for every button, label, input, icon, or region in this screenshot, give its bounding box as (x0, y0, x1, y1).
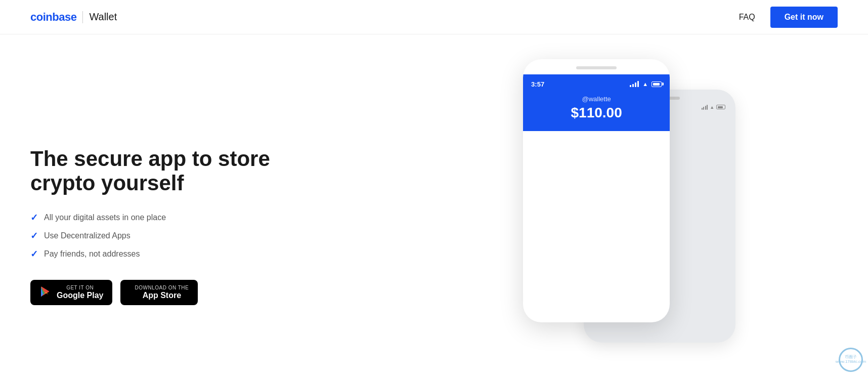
phone-username: @wallette (531, 95, 662, 103)
phone-time: 3:57 (531, 80, 544, 88)
watermark-text: 币圈子www.178btc.com (836, 355, 866, 364)
nav-right: FAQ Get it now (739, 7, 838, 28)
navbar: coinbase Wallet FAQ Get it now (0, 0, 868, 34)
phone-balance: $110.00 (531, 105, 662, 121)
google-play-button[interactable]: GET IT ON Google Play (30, 280, 112, 305)
list-item: ✓ Pay friends, not addresses (30, 248, 283, 260)
feature-text-1: All your digital assets in one place (44, 213, 166, 222)
phone-mockup-container: ▲ 3:57 (390, 34, 868, 377)
watermark-circle: 币圈子www.178btc.com (839, 348, 863, 372)
get-it-now-button[interactable]: Get it now (770, 7, 838, 28)
app-store-main-text: App Store (135, 290, 189, 300)
google-play-icon (39, 285, 52, 299)
list-item: ✓ All your digital assets in one place (30, 212, 283, 223)
check-icon: ✓ (30, 230, 38, 241)
hero-section: The secure app to store crypto yourself … (0, 34, 868, 377)
nav-divider (82, 11, 83, 23)
phone-front: 3:57 ▲ (523, 59, 670, 322)
check-icon: ✓ (30, 248, 38, 260)
store-buttons: GET IT ON Google Play Download on the Ap… (30, 280, 283, 305)
google-play-main-text: Google Play (57, 290, 103, 300)
app-store-top-text: Download on the (135, 285, 189, 290)
nav-left: coinbase Wallet (30, 11, 117, 24)
check-icon: ✓ (30, 212, 38, 223)
features-list: ✓ All your digital assets in one place ✓… (30, 212, 283, 260)
hero-left: The secure app to store crypto yourself … (30, 116, 283, 305)
phone-front-notch (576, 66, 617, 69)
battery-icon (652, 81, 662, 87)
watermark: 币圈子www.178btc.com (839, 348, 863, 372)
google-play-top-text: GET IT ON (57, 285, 103, 290)
app-store-text: Download on the App Store (135, 285, 189, 300)
phone-status-icons: ▲ (630, 81, 662, 87)
phone-screen: 3:57 ▲ (523, 74, 670, 131)
phone-container: ▲ 3:57 (523, 59, 735, 353)
feature-text-3: Pay friends, not addresses (44, 249, 140, 259)
google-play-text: GET IT ON Google Play (57, 285, 103, 300)
coinbase-logo: coinbase (30, 11, 76, 24)
phone-status-bar: 3:57 ▲ (531, 80, 662, 88)
signal-bars-icon (630, 81, 639, 87)
faq-link[interactable]: FAQ (739, 13, 755, 22)
app-store-button[interactable]: Download on the App Store (120, 280, 198, 305)
list-item: ✓ Use Decentralized Apps (30, 230, 283, 241)
hero-title: The secure app to store crypto yourself (30, 147, 283, 196)
wallet-label: Wallet (89, 11, 117, 23)
feature-text-2: Use Decentralized Apps (44, 231, 131, 240)
